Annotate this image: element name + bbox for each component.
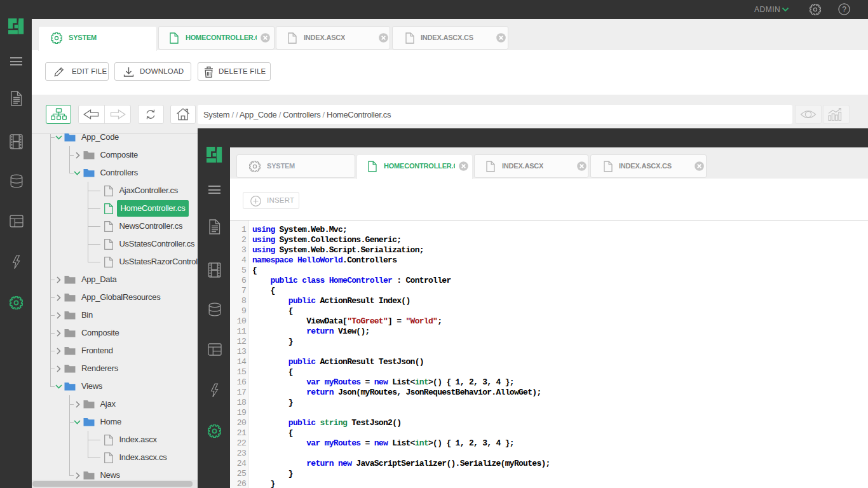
svg-text:?: ? <box>842 5 846 14</box>
